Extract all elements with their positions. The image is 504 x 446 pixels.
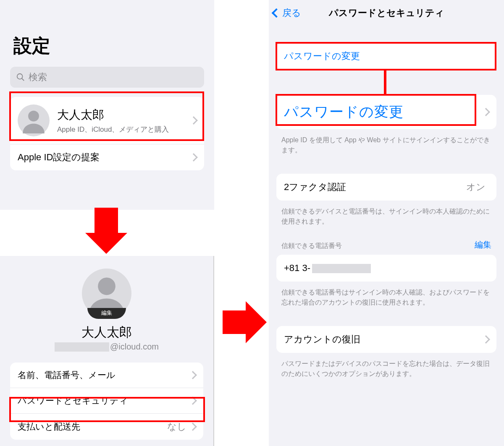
chevron-right-icon — [189, 116, 198, 125]
trusted-phone-row[interactable]: +81 3- — [276, 255, 496, 282]
row-label: パスワードの変更 — [284, 50, 489, 63]
arrow-right-icon — [223, 310, 246, 334]
svg-point-2 — [28, 111, 39, 122]
chevron-right-icon — [482, 108, 490, 116]
change-password-row[interactable]: パスワードの変更 — [276, 43, 496, 70]
appleid-profile-row[interactable]: 大人太郎 Apple ID、iCloud、メディアと購入 — [10, 97, 204, 144]
svg-point-3 — [98, 278, 116, 295]
nav-title: パスワードとセキュリティ — [269, 7, 504, 19]
search-icon — [16, 73, 25, 82]
phone-prefix: +81 3- — [284, 263, 310, 273]
profile-texts: 大人太郎 Apple ID、iCloud、メディアと購入 — [57, 107, 191, 134]
row-label: 2ファクタ認証 — [284, 181, 466, 193]
svg-line-1 — [22, 78, 24, 81]
appleid-suggestions-row[interactable]: Apple ID設定の提案 — [10, 144, 204, 170]
two-factor-card: 2ファクタ認証 オン — [276, 174, 496, 201]
screen-settings: 設定 検索 大人太郎 Apple ID、iCloud、メディアと購入 Apple… — [0, 0, 214, 210]
chevron-right-icon — [189, 153, 198, 162]
row-label: 名前、電話番号、メール — [18, 369, 190, 381]
chevron-right-icon — [189, 396, 197, 405]
chevron-right-icon — [189, 423, 197, 431]
row-payment-shipping[interactable]: 支払いと配送先 なし — [10, 413, 203, 440]
back-label: 戻る — [282, 7, 301, 19]
profile-name: 大人太郎 — [81, 324, 132, 341]
appleid-card: 大人太郎 Apple ID、iCloud、メディアと購入 Apple ID設定の… — [10, 97, 204, 170]
search-input[interactable]: 検索 — [10, 67, 204, 88]
change-password-card: パスワードの変更 — [276, 43, 496, 70]
footer-text: 信頼できるデバイスと電話番号は、サインイン時の本人確認のために使用されます。 — [269, 201, 504, 227]
back-button[interactable]: 戻る — [273, 7, 301, 19]
avatar — [18, 104, 50, 136]
chevron-right-icon — [189, 371, 197, 379]
two-factor-row[interactable]: 2ファクタ認証 オン — [276, 174, 496, 201]
svg-point-0 — [17, 74, 23, 79]
recovery-card: アカウントの復旧 — [276, 326, 496, 353]
page-title: 設定 — [0, 0, 214, 67]
chevron-left-icon — [272, 8, 281, 18]
change-password-callout[interactable]: パスワードの変更 — [276, 95, 496, 129]
row-label: 支払いと配送先 — [18, 421, 167, 433]
search-placeholder: 検索 — [29, 71, 47, 83]
row-label: パスワードとセキュリティ — [18, 395, 190, 407]
callout-label: パスワードの変更 — [284, 102, 483, 122]
arrow-down-icon — [94, 208, 118, 233]
chevron-right-icon — [482, 335, 490, 344]
profile-subtitle: Apple ID、iCloud、メディアと購入 — [57, 125, 191, 134]
avatar-large[interactable]: 編集 — [82, 269, 131, 318]
redacted-text — [312, 264, 371, 273]
avatar-edit-badge[interactable]: 編集 — [87, 308, 126, 319]
phone-number: +81 3- — [284, 263, 489, 274]
person-icon — [21, 107, 47, 133]
footer-text: 信頼できる電話番号はサインイン時の本人確認、およびパスワードを忘れた場合のアカウ… — [269, 282, 504, 308]
redacted-text — [55, 342, 109, 352]
row-name-phone-mail[interactable]: 名前、電話番号、メール — [10, 363, 203, 388]
screen-password-security: 戻る パスワードとセキュリティ パスワードの変更 パスワードの変更 Apple … — [269, 0, 504, 446]
nav-bar: 戻る パスワードとセキュリティ — [269, 0, 504, 26]
connector-line — [384, 70, 386, 95]
row-value: なし — [167, 420, 186, 433]
profile-header: 編集 大人太郎 @icloud.com — [0, 256, 213, 352]
trusted-phone-card: +81 3- — [276, 255, 496, 282]
footer-text: パスワードまたはデバイスのパスコードを忘れた場合は、データ復旧のためにいくつかの… — [269, 353, 504, 379]
profile-name: 大人太郎 — [57, 107, 191, 123]
row-value: オン — [466, 181, 486, 193]
trusted-phone-header: 信頼できる電話番号 編集 — [269, 227, 504, 255]
footer-text: Apple ID を使用して App や Web サイトにサインインすることがで… — [269, 129, 504, 155]
edit-button[interactable]: 編集 — [475, 239, 491, 250]
screen-appleid: 編集 大人太郎 @icloud.com 名前、電話番号、メール パスワードとセキ… — [0, 256, 214, 446]
row-label: Apple ID設定の提案 — [18, 151, 191, 164]
email-suffix: @icloud.com — [110, 342, 159, 352]
appleid-list: 名前、電話番号、メール パスワードとセキュリティ 支払いと配送先 なし — [10, 363, 203, 440]
recovery-row[interactable]: アカウントの復旧 — [276, 326, 496, 353]
row-label: アカウントの復旧 — [284, 333, 483, 346]
row-password-security[interactable]: パスワードとセキュリティ — [10, 388, 203, 413]
section-title: 信頼できる電話番号 — [281, 242, 342, 250]
profile-email: @icloud.com — [55, 342, 159, 352]
